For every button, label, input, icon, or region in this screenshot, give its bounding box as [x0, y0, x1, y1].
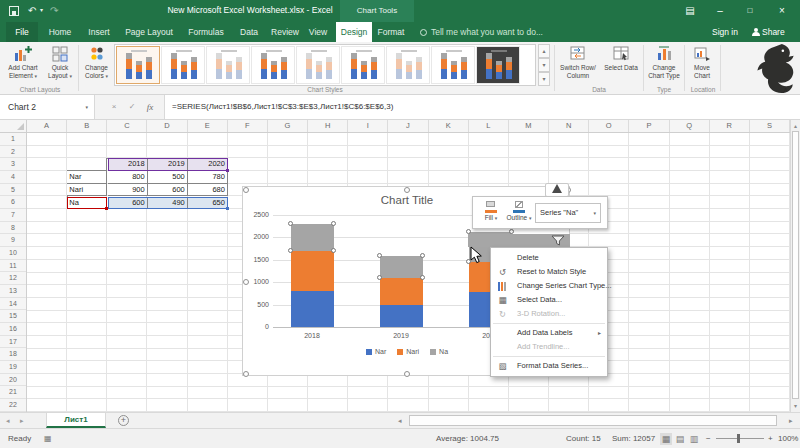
cell-label-Nari[interactable]: Nari: [67, 184, 107, 197]
column-header-D[interactable]: D: [147, 120, 187, 132]
row-header-11[interactable]: 11: [0, 260, 26, 273]
row-header-16[interactable]: 16: [0, 323, 26, 336]
add-chart-element-button[interactable]: Add Chart Element ▾: [4, 44, 42, 86]
gallery-scroll-up[interactable]: ▴: [538, 44, 550, 58]
tab-view[interactable]: View: [306, 22, 330, 42]
view-page-layout-icon[interactable]: ▤: [674, 433, 686, 445]
menu-item-change-series-chart-type[interactable]: Change Series Chart Type...: [491, 279, 607, 293]
chart-style-thumbnail-6[interactable]: [341, 46, 385, 84]
column-header-C[interactable]: C: [107, 120, 147, 132]
gallery-more-button[interactable]: ▾: [538, 72, 550, 86]
enter-button[interactable]: ✓: [124, 95, 140, 119]
column-header-M[interactable]: M: [509, 120, 549, 132]
row-header-17[interactable]: 17: [0, 336, 26, 349]
bar-segment-Nari-2019[interactable]: [380, 278, 423, 305]
cell-year-2019[interactable]: 2019: [148, 158, 188, 171]
cancel-button[interactable]: ×: [106, 95, 122, 119]
tab-file[interactable]: File: [6, 22, 38, 42]
cell-label-Nar[interactable]: Nar: [67, 171, 107, 184]
row-header-2[interactable]: 2: [0, 146, 26, 159]
view-page-break-icon[interactable]: ▥: [688, 433, 700, 445]
row-header-14[interactable]: 14: [0, 298, 26, 311]
row-header-21[interactable]: 21: [0, 386, 26, 399]
row-header-12[interactable]: 12: [0, 272, 26, 285]
row-header-10[interactable]: 10: [0, 247, 26, 260]
cell-B3[interactable]: [67, 158, 107, 171]
select-all-corner[interactable]: [0, 120, 27, 133]
chart-style-thumbnail-7[interactable]: [386, 46, 430, 84]
formula-input[interactable]: =SERIES(Лист1!$B$6,Лист1!$C$3:$E$3,Лист1…: [164, 95, 800, 119]
maximize-icon[interactable]: □: [736, 0, 764, 22]
tab-insert[interactable]: Insert: [84, 22, 114, 42]
menu-item-select-data[interactable]: Select Data...▦: [491, 293, 607, 307]
gallery-scroll-down[interactable]: ▾: [538, 58, 550, 72]
row-header-1[interactable]: 1: [0, 133, 26, 146]
redo-icon[interactable]: ↷: [50, 4, 58, 17]
name-box-dropdown-icon[interactable]: ▾: [85, 95, 88, 119]
ribbon-display-options-icon[interactable]: ▤: [676, 0, 704, 22]
horizontal-scrollbar[interactable]: ◂ ▸: [395, 412, 800, 428]
column-header-E[interactable]: E: [188, 120, 228, 132]
segment-selection-handle[interactable]: [331, 221, 336, 226]
row-header-19[interactable]: 19: [0, 361, 26, 374]
legend-item-Nari[interactable]: Nari: [397, 348, 419, 355]
scroll-left-icon[interactable]: ◂: [398, 413, 402, 428]
sign-in-button[interactable]: Sign in: [712, 22, 738, 42]
insert-function-button[interactable]: fx: [142, 95, 158, 119]
chart-frame-handle[interactable]: [243, 279, 249, 285]
segment-selection-handle[interactable]: [377, 253, 382, 258]
chart-frame-handle[interactable]: [404, 187, 410, 193]
row-header-4[interactable]: 4: [0, 171, 26, 184]
zoom-in-icon[interactable]: +: [768, 434, 773, 443]
chart-styles-button[interactable]: [545, 183, 569, 197]
column-header-P[interactable]: P: [629, 120, 669, 132]
column-header-H[interactable]: H: [308, 120, 348, 132]
outline-button[interactable]: Outline ▾: [505, 200, 533, 227]
column-header-A[interactable]: A: [27, 120, 67, 132]
scroll-up-icon[interactable]: ▴: [791, 121, 800, 131]
segment-selection-handle[interactable]: [420, 275, 425, 280]
cell-value[interactable]: 600: [148, 184, 188, 197]
column-header-S[interactable]: S: [750, 120, 790, 132]
cell-value[interactable]: 780: [188, 171, 228, 184]
bar-segment-Na-2018[interactable]: [291, 224, 334, 251]
chart-frame-handle[interactable]: [243, 371, 249, 377]
vertical-scrollbar[interactable]: ▴ ▾: [790, 120, 800, 412]
chart-style-thumbnail-4[interactable]: [251, 46, 295, 84]
save-icon[interactable]: [9, 6, 19, 16]
scroll-down-icon[interactable]: ▾: [791, 401, 800, 411]
zoom-slider-track[interactable]: [716, 438, 764, 439]
row-header-22[interactable]: 22: [0, 399, 26, 412]
series-selector-dropdown[interactable]: Series "Na"▾: [535, 203, 601, 223]
row-header-9[interactable]: 9: [0, 234, 26, 247]
chart-style-thumbnail-9[interactable]: [476, 46, 520, 84]
bar-segment-Nari-2018[interactable]: [291, 251, 334, 291]
tell-me-box[interactable]: Tell me what you want to do...: [420, 22, 543, 42]
name-box[interactable]: Chart 2▾: [0, 95, 95, 119]
cell-value[interactable]: 650: [188, 197, 228, 210]
chart-style-thumbnail-5[interactable]: [296, 46, 340, 84]
change-colors-button[interactable]: Change Colors ▾: [80, 44, 113, 86]
bar-segment-Nar-2019[interactable]: [380, 305, 423, 327]
new-sheet-button[interactable]: +: [118, 415, 129, 426]
tab-formulas[interactable]: Formulas: [184, 22, 228, 42]
tab-home[interactable]: Home: [44, 22, 76, 42]
bar-segment-Nar-2018[interactable]: [291, 291, 334, 327]
cell-label-Na[interactable]: Na: [67, 197, 107, 210]
chart-frame-handle[interactable]: [404, 371, 410, 377]
row-header-7[interactable]: 7: [0, 209, 26, 222]
row-header-5[interactable]: 5: [0, 184, 26, 197]
quick-layout-button[interactable]: Quick Layout ▾: [43, 44, 77, 86]
menu-item-delete[interactable]: Delete: [491, 251, 607, 265]
menu-item-reset-to-match-style[interactable]: Reset to Match Style↺: [491, 265, 607, 279]
horizontal-scroll-thumb[interactable]: [409, 415, 777, 426]
cell-year-2018[interactable]: 2018: [108, 158, 148, 171]
row-header-15[interactable]: 15: [0, 310, 26, 323]
tab-review[interactable]: Review: [270, 22, 300, 42]
row-header-13[interactable]: 13: [0, 285, 26, 298]
menu-item-add-data-labels[interactable]: Add Data Labels▸: [491, 326, 607, 340]
column-header-O[interactable]: O: [589, 120, 629, 132]
sheet-tab[interactable]: Лист1: [46, 413, 106, 428]
switch-row-column-button[interactable]: Switch Row/ Column: [556, 44, 600, 86]
cell-value[interactable]: 900: [108, 184, 148, 197]
